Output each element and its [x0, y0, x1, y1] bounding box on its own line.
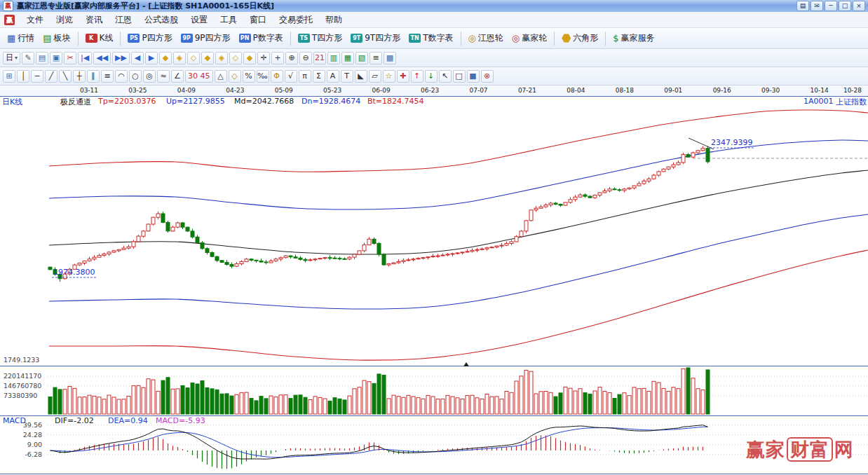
mail-button[interactable]: ✉	[811, 1, 823, 11]
move-tool-icon[interactable]: ✛	[257, 52, 270, 64]
wave-tool-icon[interactable]: ≈	[157, 70, 170, 83]
period-selector[interactable]: 日▾	[3, 52, 20, 64]
toolbar-t-number-table-button[interactable]: TNT数字表	[405, 30, 457, 46]
menu-item-江恩[interactable]: 江恩	[109, 13, 138, 27]
parallel-lines-tool-icon[interactable]: ∥	[87, 70, 100, 83]
triple-line-tool-icon[interactable]: ≡	[101, 70, 114, 83]
winner-service-icon: $	[613, 34, 618, 43]
menu-item-交易委托[interactable]: 交易委托	[273, 13, 319, 27]
screenshot-icon[interactable]: ✂	[64, 52, 76, 64]
first-page-icon[interactable]: |◀	[78, 52, 92, 64]
vertical-line-tool-icon[interactable]: │	[17, 70, 29, 83]
date-tick-04-23: 04-23	[226, 87, 244, 94]
volume-view-icon[interactable]: ▦	[341, 52, 354, 64]
list-view-icon[interactable]: ≡	[369, 52, 382, 64]
filled-rect-tool-icon[interactable]: ■	[467, 70, 480, 83]
sqrt-tool-icon[interactable]: √	[285, 70, 297, 83]
kline-view-icon[interactable]: ▥	[327, 52, 340, 64]
gann-diamond-7-icon[interactable]: ◆	[243, 52, 256, 64]
menu-item-帮助[interactable]: 帮助	[319, 13, 348, 27]
toolbar-kline-button[interactable]: KK线	[81, 30, 118, 46]
toolbar-hexagon-button[interactable]: 六角形	[557, 30, 602, 46]
star-tool-icon[interactable]: ☆	[383, 70, 395, 83]
toolbar-gann-wheel-button[interactable]: ◎江恩轮	[464, 30, 508, 46]
chart-area[interactable]: 2347.93991974.38001749.12332201411701467…	[0, 95, 868, 475]
percent-retrace-tool-icon[interactable]: %	[243, 70, 255, 83]
toolbar-9t-square-button[interactable]: 9T9T四方形	[346, 30, 405, 46]
horizontal-line-tool-icon[interactable]: ─	[31, 70, 43, 83]
calendar-21-icon[interactable]: 21	[313, 52, 326, 64]
plus-tool-icon[interactable]: ✚	[397, 70, 409, 83]
svg-text:2347.9399: 2347.9399	[711, 138, 753, 147]
concentric-circles-tool-icon[interactable]: ◎	[143, 70, 156, 83]
app-skin-button[interactable]: ▤	[796, 1, 809, 11]
text-tool-icon[interactable]: A	[327, 70, 339, 83]
gann-diamond-2-icon[interactable]: ◈	[173, 52, 186, 64]
gann-diamond-5-icon[interactable]: ◈	[215, 52, 228, 64]
circle-tool-icon[interactable]: ○	[129, 70, 142, 83]
toolbar-quotes-button[interactable]: ▦行情	[3, 30, 39, 46]
prev-bar-icon[interactable]: ◀	[131, 52, 144, 64]
angle-tool-icon[interactable]: ∠	[171, 70, 184, 83]
next-bar-icon[interactable]: ▶	[145, 52, 158, 64]
clipboard-icon[interactable]: ▣	[50, 52, 62, 64]
menu-item-工具[interactable]: 工具	[214, 13, 243, 27]
arc-tool-icon[interactable]: ◠	[115, 70, 128, 83]
triangle-tool-icon[interactable]: △	[215, 70, 227, 83]
toolbar-t-square-button[interactable]: TST四方形	[294, 30, 346, 46]
toolbar-p-number-table-button[interactable]: PNP数字表	[235, 30, 287, 46]
diamond-tool-icon[interactable]: ◇	[229, 70, 241, 83]
delete-tool-icon[interactable]: ⊗	[481, 70, 494, 83]
golden-section-tool-icon[interactable]: Φ	[271, 70, 283, 83]
layout-icon[interactable]: ▤	[36, 52, 48, 64]
toolbar-winner-service-button[interactable]: $赢家服务	[609, 30, 658, 46]
pi-tool-icon[interactable]: π	[299, 70, 311, 83]
restore-button[interactable]: □	[839, 1, 851, 11]
date-tick-10-14: 10-14	[811, 87, 829, 94]
cross-line-tool-icon[interactable]: ┼	[73, 70, 86, 83]
t-square-icon: TS	[298, 34, 310, 43]
permille-tool-icon[interactable]: ‰	[257, 70, 269, 83]
macd-indicator-label[interactable]: MACD	[3, 416, 26, 425]
toolbar-9p-square-button[interactable]: 9P9P四方形	[177, 30, 235, 46]
sum-tool-icon[interactable]: Σ	[313, 70, 325, 83]
minimize-button[interactable]: ─	[825, 1, 837, 11]
label-tool-icon[interactable]: T	[341, 70, 353, 83]
symbol-name-label: 上证指数	[836, 97, 867, 107]
channel-up-value: Up=2127.9855	[166, 97, 225, 106]
svg-text:146760780: 146760780	[4, 382, 41, 390]
gann-angle-30-45-icon[interactable]: 30 45	[185, 70, 213, 83]
pointer-tool-icon[interactable]: ↖	[439, 70, 452, 83]
menu-item-窗口[interactable]: 窗口	[243, 13, 273, 27]
trend-line-tool-icon[interactable]: ╱	[45, 70, 57, 83]
rect-tool-icon[interactable]: □	[453, 70, 466, 83]
menu-item-文件[interactable]: 文件	[20, 13, 50, 27]
toolbar-sectors-button[interactable]: ▤板块	[39, 30, 74, 46]
down-arrow-tool-icon[interactable]: ↓	[425, 70, 438, 83]
grid-tool-icon[interactable]: ⊞	[3, 70, 15, 83]
down-line-tool-icon[interactable]: ╲	[59, 70, 72, 83]
zoom-out-icon[interactable]: ⊖	[299, 52, 312, 64]
menu-item-资讯[interactable]: 资讯	[79, 13, 109, 27]
trend-view-icon[interactable]: ▧	[355, 52, 368, 64]
close-button[interactable]: ×	[853, 1, 865, 11]
wedge-tool-icon[interactable]: ◣	[355, 70, 367, 83]
toolbar-winner-wheel-button[interactable]: ◎赢家轮	[508, 30, 551, 46]
menu-item-设置[interactable]: 设置	[184, 13, 214, 27]
gann-diamond-1-icon[interactable]: ◆	[159, 52, 172, 64]
gann-diamond-6-icon[interactable]: ◇	[229, 52, 242, 64]
menu-item-浏览[interactable]: 浏览	[50, 13, 79, 27]
gann-diamond-4-icon[interactable]: ◆	[201, 52, 214, 64]
menu-item-公式选股[interactable]: 公式选股	[138, 13, 184, 27]
crosshair-icon[interactable]: +	[271, 52, 284, 64]
up-arrow-tool-icon[interactable]: ↑	[411, 70, 423, 83]
next-fast-icon[interactable]: ▶▶	[112, 52, 130, 64]
parallelogram-tool-icon[interactable]: ▱	[369, 70, 381, 83]
zoom-in-icon[interactable]: ⊕	[285, 52, 298, 64]
toolbar-p-square-button[interactable]: PSP四方形	[123, 30, 176, 46]
calc-icon[interactable]: ▩	[384, 52, 396, 64]
window-title: 赢家江恩专业版[赢家内部服务平台] - [上证指数 SH1A0001-165日K…	[17, 1, 793, 11]
prev-fast-icon[interactable]: ◀◀	[93, 52, 111, 64]
gann-diamond-3-icon[interactable]: ◇	[187, 52, 200, 64]
edit-icon[interactable]: ✎	[22, 52, 34, 64]
